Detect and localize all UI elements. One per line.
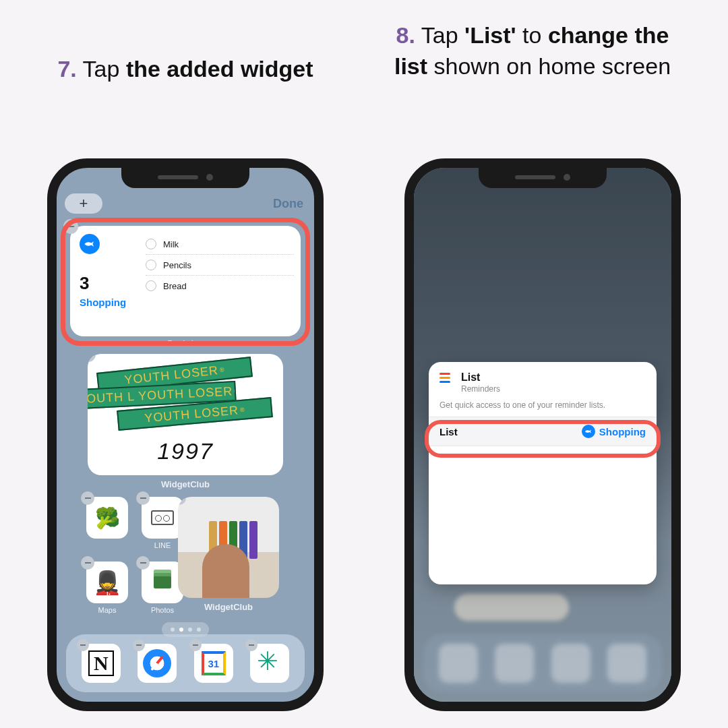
cassette-icon	[151, 510, 174, 525]
widgetclub-photo-label: WidgetClub	[178, 602, 279, 612]
reminder-item[interactable]: Pencils	[146, 255, 294, 276]
remove-app-badge[interactable]	[133, 639, 145, 651]
notion-icon: N	[88, 650, 114, 676]
blurred-dock	[423, 634, 662, 692]
remove-app-badge[interactable]	[81, 556, 94, 570]
sheet-subtitle: Reminders	[461, 384, 500, 394]
done-button[interactable]: Done	[273, 197, 303, 211]
sheet-title: List	[461, 371, 500, 384]
app-icon-photos[interactable]: Photos	[142, 562, 183, 603]
widgetclub-photo-widget[interactable]	[178, 497, 279, 598]
step-number: 7.	[57, 56, 76, 82]
list-selector-row[interactable]: List Shopping	[429, 417, 657, 446]
reminders-widget[interactable]: 3 Shopping Milk Pencils Bread	[70, 226, 301, 336]
phone-right: List Reminders Get quick access to one o…	[404, 158, 681, 711]
add-widget-button[interactable]: +	[65, 193, 102, 214]
year-text: 1997	[88, 438, 283, 464]
reminders-items: Milk Pencils Bread	[146, 234, 294, 296]
checkbox-icon[interactable]	[146, 239, 156, 249]
remove-widget-badge[interactable]	[63, 219, 78, 234]
app-icon-maps[interactable]: 💂 Maps	[86, 562, 128, 603]
reminders-app-icon	[439, 373, 454, 383]
dock: N 31	[66, 634, 305, 692]
dock-app-safari[interactable]	[138, 644, 177, 683]
row-label: List	[439, 426, 458, 437]
dock-app-google-calendar[interactable]: 31	[194, 644, 233, 683]
remove-app-badge[interactable]	[81, 491, 94, 505]
google-calendar-icon: 31	[202, 651, 226, 675]
blurred-widget-ghost	[454, 594, 569, 621]
remove-app-badge[interactable]	[136, 556, 150, 570]
checkbox-icon[interactable]	[146, 280, 156, 291]
photo-stack-icon	[154, 576, 171, 588]
phone-left: + Done 3 Shopping Milk Pencils Bread Rem…	[47, 158, 324, 711]
broccoli-icon: 🥦	[95, 506, 120, 530]
widgetclub-widget-label: WidgetClub	[57, 479, 314, 489]
hand-graphic	[202, 544, 249, 598]
shopping-list-icon	[80, 234, 100, 254]
app-icon-broccoli[interactable]: 🥦	[86, 497, 128, 539]
reminders-list-name: Shopping	[80, 297, 291, 308]
remove-app-badge[interactable]	[245, 639, 257, 651]
step-7-caption: 7. Tap the added widget	[40, 54, 330, 85]
remove-app-badge[interactable]	[189, 639, 202, 651]
soldier-icon: 💂	[93, 569, 121, 596]
phone-notch	[479, 166, 607, 188]
shopping-list-icon	[582, 425, 595, 438]
app-icon-line[interactable]: LINE	[142, 497, 183, 539]
chatgpt-icon	[257, 650, 282, 676]
remove-app-badge[interactable]	[77, 639, 89, 651]
reminders-widget-label: Reminders	[57, 339, 314, 347]
checkbox-icon[interactable]	[146, 260, 156, 270]
reminder-item[interactable]: Bread	[146, 276, 294, 296]
dock-app-chatgpt[interactable]	[250, 644, 289, 683]
safari-icon	[143, 649, 171, 677]
reminder-item[interactable]: Milk	[146, 234, 294, 255]
step-8-caption: 8. Tap 'List' to change the list shown o…	[377, 20, 688, 82]
step-number: 8.	[396, 22, 415, 48]
phone-notch	[121, 166, 249, 188]
widget-settings-sheet[interactable]: List Reminders Get quick access to one o…	[429, 362, 657, 584]
row-value: Shopping	[582, 425, 646, 438]
edit-mode-topbar: + Done	[65, 193, 306, 214]
widgetclub-widget[interactable]: YOUTH LOSER® YOUTH L YOUTH LOSER® YOUTH …	[88, 354, 283, 475]
remove-app-badge[interactable]	[136, 491, 150, 505]
youth-loser-graphic: YOUTH LOSER® YOUTH L YOUTH LOSER® YOUTH …	[101, 365, 270, 427]
dock-app-notion[interactable]: N	[82, 644, 121, 683]
app-label: Maps	[77, 606, 138, 614]
sheet-header: List Reminders	[429, 362, 657, 398]
sheet-description: Get quick access to one of your reminder…	[429, 398, 657, 417]
remove-widget-badge[interactable]	[88, 354, 96, 362]
